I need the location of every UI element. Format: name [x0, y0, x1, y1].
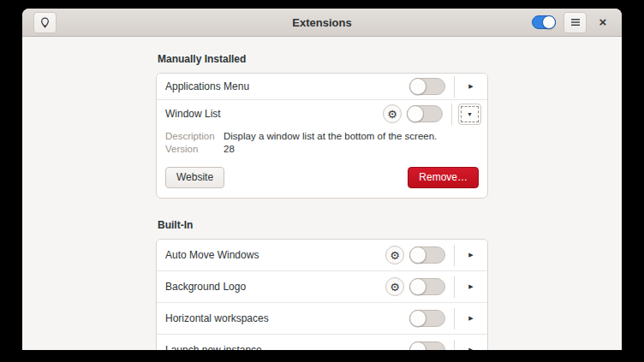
divider [454, 76, 455, 98]
divider [454, 308, 455, 329]
extension-toggle[interactable] [409, 246, 445, 264]
manually-installed-card: Applications Menu ▶ [156, 73, 488, 199]
titlebar-right-controls: × [532, 12, 611, 33]
gear-icon: ⚙ [390, 282, 400, 293]
section-built-in: Built-In Auto Move Windows ⚙ [156, 219, 488, 350]
expand-row-button[interactable]: ▶ [461, 340, 481, 350]
toggle-knob [409, 341, 426, 350]
extension-row-background-logo[interactable]: Background Logo ⚙ ▶ [157, 271, 487, 303]
divider [454, 245, 455, 266]
extension-toggle[interactable] [409, 341, 445, 350]
extension-toggle[interactable] [409, 310, 445, 327]
hamburger-menu-icon [570, 18, 581, 27]
description-value: Display a window list at the bottom of t… [224, 130, 437, 143]
main-content: Manually Installed Applications Menu ▶ [22, 37, 622, 350]
preferences-button[interactable]: ⚙ [383, 104, 402, 123]
chevron-right-icon: ▶ [468, 283, 473, 290]
extension-row-auto-move-windows[interactable]: Auto Move Windows ⚙ ▶ [157, 240, 487, 271]
toggle-knob [409, 246, 426, 264]
extensions-app-window: Extensions × Manually Installed [22, 9, 622, 350]
expand-row-button[interactable]: ▶ [461, 308, 481, 329]
extension-name: Window List [165, 108, 221, 120]
titlebar: Extensions × [22, 9, 622, 37]
preferences-button[interactable]: ⚙ [385, 277, 404, 296]
divider [454, 340, 455, 351]
extension-details: Description Display a window list at the… [157, 128, 487, 160]
chevron-down-icon: ▼ [467, 111, 473, 117]
extension-toggle[interactable] [409, 278, 445, 295]
chevron-right-icon: ▶ [468, 347, 473, 350]
divider [454, 276, 455, 298]
version-label: Version [165, 143, 224, 156]
extension-name: Applications Menu [165, 80, 249, 92]
toggle-knob [409, 78, 426, 95]
chevron-right-icon: ▶ [468, 83, 473, 90]
extension-name: Background Logo [165, 281, 246, 293]
extension-name: Horizontal workspaces [165, 312, 269, 324]
extension-row-launch-new-instance[interactable]: Launch new instance ▶ [157, 335, 487, 350]
remove-button[interactable]: Remove… [408, 167, 479, 188]
extension-name: Auto Move Windows [165, 249, 259, 261]
description-label: Description [165, 130, 224, 143]
collapse-row-button[interactable]: ▼ [458, 104, 481, 125]
extension-row-applications-menu[interactable]: Applications Menu ▶ [157, 74, 487, 100]
expand-row-button[interactable]: ▶ [461, 276, 481, 297]
divider [451, 104, 452, 125]
global-extensions-toggle[interactable] [532, 15, 556, 29]
expand-row-button[interactable]: ▶ [461, 245, 481, 265]
gear-icon: ⚙ [390, 250, 400, 261]
section-manually-installed: Manually Installed Applications Menu ▶ [156, 53, 488, 199]
version-value: 28 [224, 143, 235, 156]
extension-actions: Website Remove… [157, 160, 487, 198]
expand-row-button[interactable]: ▶ [461, 76, 481, 97]
chevron-right-icon: ▶ [468, 252, 473, 258]
extension-toggle[interactable] [409, 78, 445, 95]
extension-row-horizontal-workspaces[interactable]: Horizontal workspaces ▶ [157, 303, 487, 335]
built-in-card: Auto Move Windows ⚙ ▶ [156, 239, 488, 350]
extension-row-window-list[interactable]: Window List ⚙ ▼ [157, 100, 487, 128]
preferences-button[interactable]: ⚙ [385, 246, 404, 264]
toggle-knob [409, 278, 426, 295]
section-header-manually-installed: Manually Installed [158, 53, 488, 65]
toggle-knob [409, 310, 426, 327]
extension-toggle[interactable] [407, 105, 443, 122]
close-button[interactable]: × [594, 14, 611, 31]
app-menu-button[interactable] [564, 12, 587, 33]
extension-name: Launch new instance [165, 344, 262, 350]
location-pin-icon [39, 16, 51, 29]
toggle-knob [542, 15, 556, 29]
website-button[interactable]: Website [165, 167, 224, 188]
chevron-right-icon: ▶ [468, 315, 473, 322]
extensions-logo-button[interactable] [33, 12, 57, 33]
section-header-built-in: Built-In [158, 219, 488, 231]
close-icon: × [599, 15, 607, 29]
toggle-knob [407, 105, 424, 122]
description-row: Description Display a window list at the… [165, 130, 477, 143]
extension-row-window-list-expanded: Window List ⚙ ▼ [157, 100, 487, 198]
gear-icon: ⚙ [387, 109, 397, 120]
version-row: Version 28 [165, 143, 477, 156]
